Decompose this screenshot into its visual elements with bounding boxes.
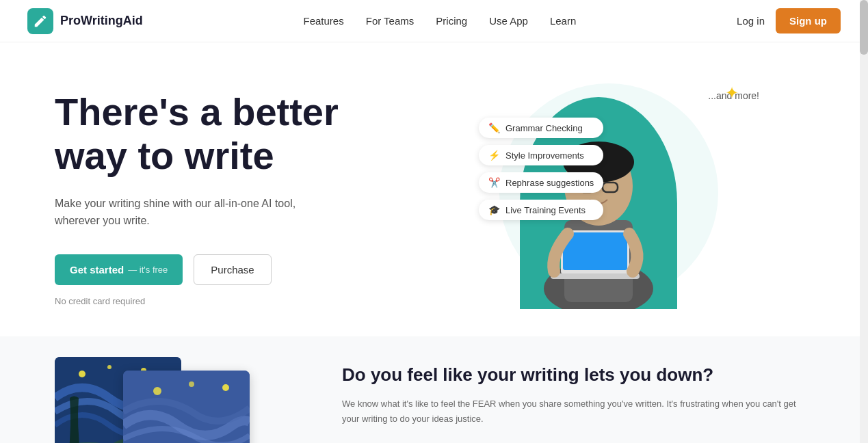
- nav-features[interactable]: Features: [304, 15, 344, 27]
- pill-grammar: ✏️ Grammar Checking: [479, 118, 603, 138]
- hero-subtitle: Make your writing shine with our all-in-…: [55, 195, 315, 230]
- second-visual: My idea in my head: [55, 357, 287, 443]
- second-section: My idea in my head Do you feel like your…: [0, 336, 868, 443]
- logo[interactable]: ProWritingAid: [27, 8, 143, 34]
- hero-content: There's a better way to write Make your …: [55, 83, 451, 306]
- scrollbar[interactable]: [860, 0, 868, 443]
- second-body: We know what it's like to feel the FEAR …: [342, 397, 813, 427]
- second-title: Do you feel like your writing lets you d…: [342, 364, 813, 387]
- svg-rect-8: [563, 232, 627, 270]
- purchase-button[interactable]: Purchase: [194, 254, 271, 285]
- rephrase-icon: ✂️: [488, 177, 500, 188]
- painting-2-svg: [123, 371, 250, 443]
- second-content: Do you feel like your writing lets you d…: [342, 357, 813, 427]
- logo-svg: [33, 14, 48, 29]
- feature-pills: ✏️ Grammar Checking ⚡ Style Improvements…: [479, 118, 603, 220]
- hero-buttons: Get started — it's free Purchase: [55, 254, 451, 285]
- pill-training: 🎓 Live Training Events: [479, 200, 603, 220]
- hero-visual: ✏️ Grammar Checking ⚡ Style Improvements…: [479, 77, 766, 309]
- grammar-icon: ✏️: [488, 122, 500, 133]
- svg-point-19: [189, 381, 194, 387]
- nav-for-teams[interactable]: For Teams: [366, 15, 415, 27]
- nav-links: Features For Teams Pricing Use App Learn: [304, 15, 577, 27]
- navbar: ProWritingAid Features For Teams Pricing…: [0, 0, 868, 42]
- nav-learn[interactable]: Learn: [550, 15, 576, 27]
- logo-icon: [27, 8, 53, 34]
- get-started-button[interactable]: Get started — it's free: [55, 254, 183, 285]
- login-button[interactable]: Log in: [737, 15, 765, 27]
- logo-text: ProWritingAid: [60, 14, 143, 28]
- svg-point-11: [79, 371, 86, 377]
- scrollbar-thumb[interactable]: [860, 0, 868, 55]
- style-icon: ⚡: [488, 150, 500, 161]
- no-credit-text: No credit card required: [55, 296, 451, 306]
- painting-card-2: [123, 371, 250, 443]
- pill-rephrase: ✂️ Rephrase suggestions: [479, 172, 603, 193]
- sparkle-icon: ✦: [725, 83, 739, 103]
- nav-use-app[interactable]: Use App: [489, 15, 528, 27]
- hero-title: There's a better way to write: [55, 90, 451, 178]
- signup-button[interactable]: Sign up: [776, 8, 841, 33]
- training-icon: 🎓: [488, 204, 500, 215]
- navbar-actions: Log in Sign up: [737, 8, 841, 33]
- svg-point-18: [153, 387, 161, 395]
- svg-point-12: [107, 365, 111, 369]
- pill-style: ⚡ Style Improvements: [479, 145, 603, 165]
- svg-rect-9: [551, 273, 640, 279]
- svg-point-20: [222, 384, 229, 391]
- nav-pricing[interactable]: Pricing: [436, 15, 467, 27]
- hero-section: There's a better way to write Make your …: [0, 42, 868, 336]
